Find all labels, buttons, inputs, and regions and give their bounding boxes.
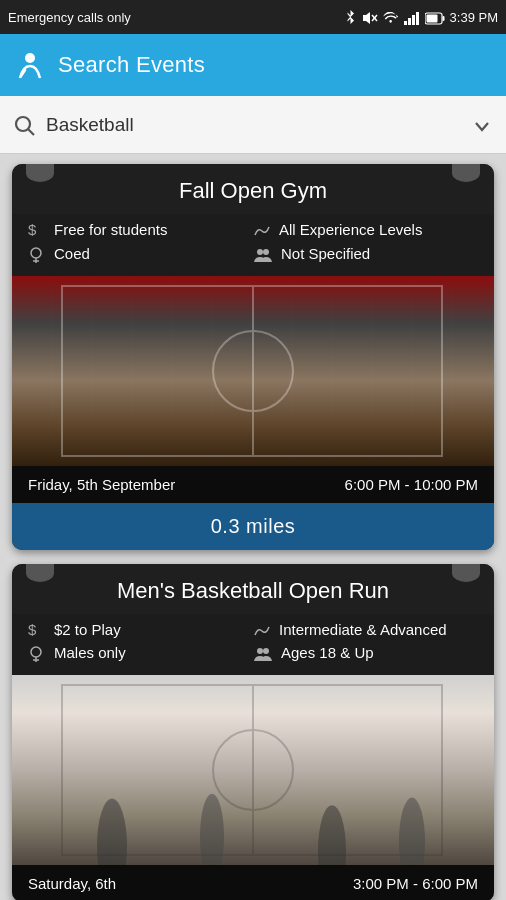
card-pins-2 — [12, 564, 494, 582]
svg-point-32 — [399, 798, 425, 865]
event-card-2[interactable]: Men's Basketball Open Run $ $2 to Play I… — [12, 564, 494, 900]
skill-text-2: Intermediate & Advanced — [279, 620, 447, 640]
pin-left-1 — [26, 164, 54, 182]
event-info-2: $ $2 to Play Intermediate & Advanced — [12, 614, 494, 676]
event-time-1: 6:00 PM - 10:00 PM — [345, 476, 478, 493]
status-bar: Emergency calls only — [0, 0, 506, 34]
pin-right-1 — [452, 164, 480, 182]
info-row-cost-skill-2: $ $2 to Play Intermediate & Advanced — [28, 620, 478, 640]
event-date-1: Friday, 5th September — [28, 476, 175, 493]
page-title: Search Events — [58, 52, 205, 78]
cost-text-2: $2 to Play — [54, 620, 121, 640]
cost-text-1: Free for students — [54, 220, 167, 240]
event-info-1: $ Free for students All Experience Level… — [12, 214, 494, 276]
app-bar: Search Events — [0, 34, 506, 96]
svg-point-24 — [257, 648, 263, 654]
pin-left-2 — [26, 564, 54, 582]
svg-rect-2 — [404, 21, 407, 25]
svg-rect-4 — [412, 15, 415, 25]
content-area: Fall Open Gym $ Free for students All Ex… — [0, 154, 506, 900]
info-row-gender-age-1: Coed Not Specified — [28, 244, 478, 264]
people-icon-2 — [253, 644, 273, 661]
event-time-2: 3:00 PM - 6:00 PM — [353, 875, 478, 892]
svg-point-25 — [263, 648, 269, 654]
dollar-icon-1: $ — [28, 221, 46, 238]
svg-point-17 — [263, 249, 269, 255]
svg-line-12 — [28, 129, 34, 135]
card-pins-1 — [12, 164, 494, 182]
event-image-1 — [12, 276, 494, 466]
gender-text-2: Males only — [54, 643, 126, 663]
svg-rect-3 — [408, 18, 411, 25]
event-distance-1: 0.3 miles — [12, 503, 494, 550]
event-datetime-1: Friday, 5th September 6:00 PM - 10:00 PM — [12, 466, 494, 503]
svg-point-21 — [31, 647, 41, 657]
gender-text-1: Coed — [54, 244, 90, 264]
svg-point-16 — [257, 249, 263, 255]
info-row-cost-skill-1: $ Free for students All Experience Level… — [28, 220, 478, 240]
svg-point-31 — [318, 805, 346, 865]
event-datetime-2: Saturday, 6th 3:00 PM - 6:00 PM — [12, 865, 494, 900]
age-text-1: Not Specified — [281, 244, 370, 264]
svg-rect-5 — [416, 12, 419, 25]
pin-right-2 — [452, 564, 480, 582]
event-date-2: Saturday, 6th — [28, 875, 116, 892]
svg-rect-7 — [442, 16, 444, 21]
dollar-icon-2: $ — [28, 621, 46, 638]
event-card-1[interactable]: Fall Open Gym $ Free for students All Ex… — [12, 164, 494, 550]
age-text-2: Ages 18 & Up — [281, 643, 374, 663]
chevron-down-icon[interactable] — [472, 112, 492, 138]
volume-off-icon — [362, 9, 378, 25]
bluetooth-icon — [344, 9, 357, 26]
svg-point-13 — [31, 248, 41, 258]
gender-icon-2 — [28, 644, 46, 663]
event-image-2 — [12, 675, 494, 865]
carrier-text: Emergency calls only — [8, 10, 131, 25]
skill-icon-1 — [253, 221, 271, 238]
info-row-gender-age-2: Males only Ages 18 & Up — [28, 643, 478, 663]
gender-icon-1 — [28, 245, 46, 264]
svg-point-11 — [16, 117, 30, 131]
search-bar[interactable] — [0, 96, 506, 154]
search-input[interactable] — [46, 114, 472, 136]
skill-icon-2 — [253, 621, 271, 638]
skill-text-1: All Experience Levels — [279, 220, 422, 240]
signal-icon — [404, 9, 420, 24]
svg-rect-8 — [426, 14, 437, 22]
app-logo — [14, 49, 46, 81]
svg-point-29 — [97, 799, 127, 866]
battery-icon — [425, 9, 445, 24]
svg-point-9 — [25, 53, 35, 63]
wifi-icon — [383, 10, 399, 25]
time-text: 3:39 PM — [450, 10, 498, 25]
svg-point-30 — [200, 794, 224, 865]
people-icon-1 — [253, 245, 273, 262]
search-icon — [14, 112, 36, 138]
